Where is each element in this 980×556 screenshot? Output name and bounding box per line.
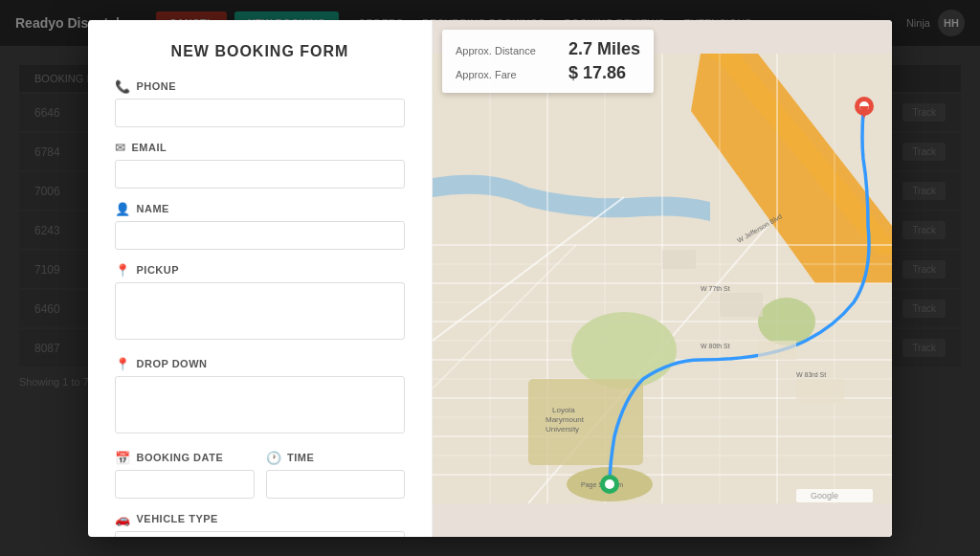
map-svg: Loyola Marymount University Page Stadium… — [433, 20, 892, 537]
dropoff-field: 📍 DROP DOWN — [115, 357, 405, 437]
dropoff-input[interactable] — [115, 376, 405, 434]
fare-value: $ 17.86 — [568, 63, 626, 83]
svg-text:W 80th St: W 80th St — [701, 343, 730, 349]
email-field: ✉ EMAIL — [115, 141, 405, 189]
fare-row: Approx. Fare $ 17.86 — [456, 63, 640, 83]
svg-rect-44 — [720, 293, 763, 317]
phone-field: 📞 PHONE — [115, 79, 405, 127]
modal: NEW BOOKING FORM 📞 PHONE ✉ EMAIL — [88, 20, 892, 537]
pickup-input[interactable] — [115, 282, 405, 340]
time-field: 🕐 TIME — [266, 451, 406, 499]
svg-text:Loyola: Loyola — [552, 406, 575, 414]
name-input[interactable] — [115, 221, 405, 250]
svg-rect-43 — [662, 250, 696, 269]
booking-date-input[interactable] — [115, 470, 255, 499]
svg-point-36 — [605, 479, 614, 489]
vehicle-type-select[interactable]: Sedan SUV Van — [115, 531, 405, 537]
distance-label: Approx. Distance — [456, 45, 561, 56]
email-input[interactable] — [115, 160, 405, 189]
name-label: 👤 NAME — [115, 202, 405, 216]
dropoff-pin-icon: 📍 — [115, 357, 131, 371]
vehicle-type-field: 🚗 VEHICLE TYPE Sedan SUV Van ▼ — [115, 512, 405, 537]
booking-date-label: 📅 BOOKING DATE — [115, 451, 255, 465]
date-time-row: 📅 BOOKING DATE 🕐 TIME — [115, 451, 405, 499]
time-input[interactable] — [266, 470, 406, 499]
calendar-icon: 📅 — [115, 451, 131, 465]
svg-text:W 77th St: W 77th St — [701, 285, 730, 292]
car-icon: 🚗 — [115, 512, 131, 526]
dropoff-label: 📍 DROP DOWN — [115, 357, 405, 371]
clock-icon: 🕐 — [266, 451, 282, 465]
phone-label: 📞 PHONE — [115, 79, 405, 94]
distance-row: Approx. Distance 2.7 Miles — [456, 39, 640, 59]
form-panel: NEW BOOKING FORM 📞 PHONE ✉ EMAIL — [88, 20, 433, 537]
svg-point-24 — [571, 312, 677, 389]
svg-rect-46 — [796, 379, 844, 403]
name-field: 👤 NAME — [115, 202, 405, 250]
form-title: NEW BOOKING FORM — [115, 43, 405, 60]
booking-date-field: 📅 BOOKING DATE — [115, 451, 255, 499]
modal-overlay: NEW BOOKING FORM 📞 PHONE ✉ EMAIL — [0, 0, 980, 556]
svg-point-25 — [758, 298, 815, 345]
map-panel: Approx. Distance 2.7 Miles Approx. Fare … — [433, 20, 892, 537]
svg-text:Marymount: Marymount — [546, 415, 585, 424]
svg-text:University: University — [546, 425, 579, 434]
time-label: 🕐 TIME — [266, 451, 406, 465]
fare-label: Approx. Fare — [456, 69, 561, 80]
email-icon: ✉ — [115, 141, 126, 155]
person-icon: 👤 — [115, 202, 131, 216]
phone-icon: 📞 — [115, 79, 131, 94]
pickup-pin-icon: 📍 — [115, 263, 131, 278]
pickup-label: 📍 PICKUP — [115, 263, 405, 278]
map-info-box: Approx. Distance 2.7 Miles Approx. Fare … — [442, 30, 654, 93]
phone-input[interactable] — [115, 99, 405, 127]
distance-value: 2.7 Miles — [568, 39, 640, 59]
vehicle-select-wrapper: Sedan SUV Van ▼ — [115, 531, 405, 537]
svg-text:W 83rd St: W 83rd St — [796, 371, 826, 378]
svg-rect-45 — [758, 341, 796, 360]
vehicle-type-label: 🚗 VEHICLE TYPE — [115, 512, 405, 526]
svg-text:Google: Google — [811, 491, 838, 500]
email-label: ✉ EMAIL — [115, 141, 405, 155]
pickup-field: 📍 PICKUP — [115, 263, 405, 344]
